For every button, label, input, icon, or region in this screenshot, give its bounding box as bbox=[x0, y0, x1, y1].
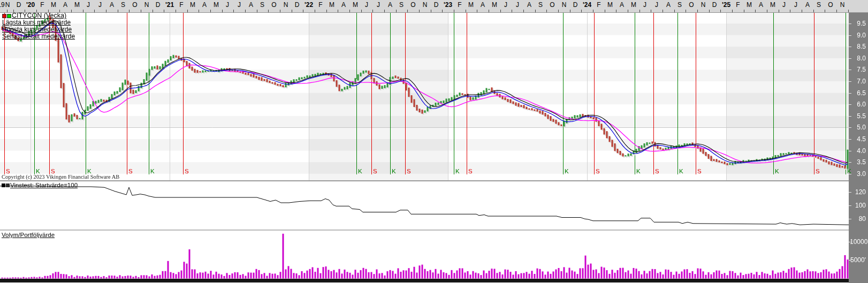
time-axis-month-label: M bbox=[74, 1, 80, 9]
time-axis-month-label: A bbox=[249, 1, 253, 9]
vinstest-panel-label: Vinstest: Startvärde=100 bbox=[10, 182, 78, 188]
time-axis-tick bbox=[257, 10, 257, 12]
time-axis-month-label: A bbox=[63, 1, 67, 9]
time-axis-month-label: A bbox=[759, 1, 763, 9]
time-axis-month-label: S bbox=[817, 1, 821, 9]
time-axis-month-label: J bbox=[98, 1, 102, 9]
time-axis-tick bbox=[431, 10, 431, 12]
time-axis-tick bbox=[489, 10, 489, 12]
time-axis-month-label: J bbox=[504, 1, 507, 9]
time-axis-tick bbox=[732, 10, 733, 12]
price-axis-label: 9.0 bbox=[850, 32, 866, 39]
time-axis-tick bbox=[118, 10, 118, 12]
time-axis-tick bbox=[697, 10, 698, 12]
time-axis-month-label: N bbox=[840, 1, 845, 9]
time-axis-tick bbox=[442, 10, 443, 12]
time-axis-month-label: A bbox=[620, 1, 624, 9]
time-axis-tick bbox=[663, 10, 663, 12]
time-axis-year-label: '23 bbox=[444, 1, 452, 9]
time-axis-tick bbox=[466, 10, 466, 12]
sell-signal-label: S bbox=[128, 169, 133, 174]
time-axis-tick bbox=[593, 10, 593, 12]
time-axis[interactable]: 19ND'20FMAMJJASOND'21FMAMJJASOND'22FMAMJ… bbox=[0, 0, 868, 13]
time-axis-month-label: D bbox=[17, 1, 21, 9]
sell-signal-label: S bbox=[655, 169, 659, 174]
time-axis-year-label: '20 bbox=[26, 1, 35, 9]
time-axis-month-label: S bbox=[260, 1, 264, 9]
vinstest-axis-label: 80 bbox=[850, 215, 866, 223]
chart-canvas[interactable] bbox=[0, 0, 868, 283]
time-axis-tick bbox=[744, 10, 744, 12]
buy-signal-label: K bbox=[150, 169, 155, 174]
time-axis-month-label: J bbox=[365, 1, 368, 9]
time-axis-tick bbox=[349, 10, 350, 12]
time-axis-month-label: S bbox=[538, 1, 543, 9]
time-axis-tick bbox=[384, 10, 385, 12]
time-axis-month-label: M bbox=[214, 1, 219, 9]
time-axis-tick bbox=[94, 10, 95, 12]
vinstest-axis-label: 100 bbox=[850, 202, 866, 209]
time-axis-tick bbox=[836, 10, 837, 12]
time-axis-month-label: D bbox=[712, 1, 717, 9]
time-axis-month-label: A bbox=[341, 1, 346, 9]
time-axis-month-label: S bbox=[677, 1, 682, 9]
time-axis-tick bbox=[500, 10, 501, 12]
time-axis-year-label: '25 bbox=[722, 1, 730, 9]
time-axis-month-label: O bbox=[410, 1, 415, 9]
time-axis-tick bbox=[187, 10, 188, 12]
time-axis-month-label: M bbox=[51, 1, 56, 9]
price-axis-label: 3.0 bbox=[850, 170, 866, 178]
time-axis-tick bbox=[419, 10, 420, 12]
time-axis-month-label: M bbox=[607, 1, 613, 9]
sell-signal-label: S bbox=[185, 169, 189, 174]
volume-legend: Volym/Portföljvärde bbox=[2, 232, 55, 238]
time-axis-month-label: J bbox=[377, 1, 380, 9]
time-axis-month-label: O bbox=[828, 1, 833, 9]
time-axis-tick bbox=[581, 10, 582, 12]
time-axis-month-label: A bbox=[527, 1, 531, 9]
price-axis-label: 5.5 bbox=[850, 112, 866, 120]
vinstest-axis-label: 120 bbox=[850, 188, 866, 196]
time-axis-month-label: 19 bbox=[0, 1, 5, 9]
time-axis-tick bbox=[245, 10, 246, 12]
buy-signal-label: K bbox=[565, 169, 569, 174]
volume-axis-label: 10000' bbox=[850, 238, 866, 246]
sell-signal-label: S bbox=[6, 169, 10, 174]
time-axis-month-label: J bbox=[516, 1, 519, 9]
time-axis-tick bbox=[372, 10, 373, 12]
time-axis-month-label: J bbox=[643, 1, 646, 9]
sell-signal-label: S bbox=[373, 169, 377, 174]
time-axis-month-label: A bbox=[666, 1, 671, 9]
time-axis-tick bbox=[361, 10, 362, 12]
sell-signal-label: S bbox=[697, 169, 702, 174]
price-axis-label: 5.0 bbox=[850, 124, 866, 131]
time-axis-month-label: J bbox=[794, 1, 797, 9]
time-axis-tick bbox=[546, 10, 547, 12]
time-axis-tick bbox=[222, 10, 223, 12]
time-axis-month-label: M bbox=[468, 1, 474, 9]
vikingen-chart-window: 19ND'20FMAMJJASOND'21FMAMJJASOND'22FMAMJ… bbox=[0, 0, 868, 283]
time-axis-tick bbox=[338, 10, 338, 12]
sell-signal-label: S bbox=[407, 169, 411, 174]
price-axis-label: 9.5 bbox=[850, 20, 866, 27]
time-axis-tick bbox=[176, 10, 176, 12]
time-axis-month-label: F bbox=[40, 1, 44, 9]
time-axis-month-label: A bbox=[110, 1, 114, 9]
price-axis-label: 8.0 bbox=[850, 55, 866, 62]
time-axis-month-label: M bbox=[190, 1, 195, 9]
time-axis-month-label: N bbox=[562, 1, 567, 9]
time-axis-tick bbox=[790, 10, 790, 12]
time-axis-month-label: O bbox=[132, 1, 137, 9]
time-axis-tick bbox=[605, 10, 605, 12]
vinstest-legend: Vinstest: Startvärde=100 bbox=[2, 182, 78, 188]
time-axis-tick bbox=[686, 10, 686, 12]
time-axis-month-label: S bbox=[121, 1, 125, 9]
time-axis-tick bbox=[280, 10, 280, 12]
time-axis-tick bbox=[616, 10, 616, 12]
time-axis-tick bbox=[210, 10, 211, 12]
time-axis-month-label: M bbox=[329, 1, 334, 9]
price-axis-label: 6.0 bbox=[850, 101, 866, 108]
time-axis-tick bbox=[477, 10, 477, 12]
up-candle-swatch-icon bbox=[7, 14, 11, 18]
time-axis-tick bbox=[767, 10, 767, 12]
